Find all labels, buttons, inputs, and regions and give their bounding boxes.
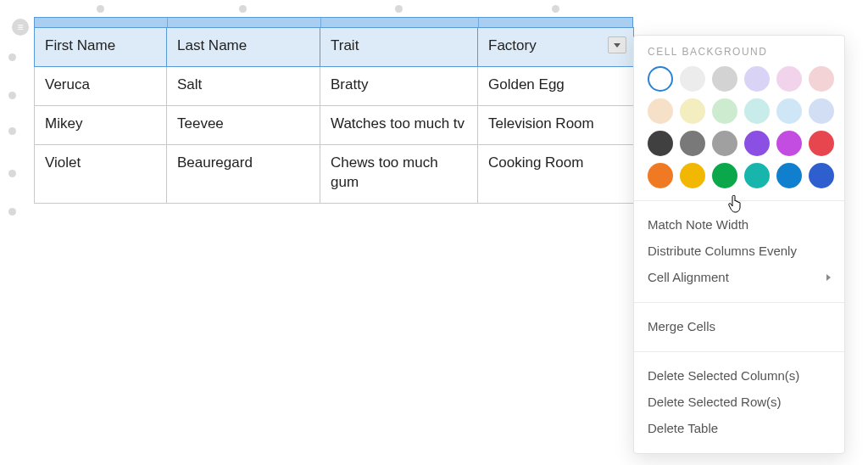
cell[interactable]: Chews too much gum: [320, 144, 478, 203]
cell-text: Veruca: [45, 76, 90, 92]
cell-text: Cooking Room: [488, 154, 583, 171]
column-header-label: Last Name: [177, 37, 247, 53]
cell[interactable]: Teevee: [167, 105, 320, 144]
column-header[interactable]: Trait: [320, 28, 478, 67]
menu-item-delete-columns[interactable]: Delete Selected Column(s): [648, 362, 831, 389]
color-swatch-indigo[interactable]: [809, 163, 834, 188]
color-swatch-sky-20[interactable]: [776, 98, 802, 124]
color-swatch-gray-50[interactable]: [712, 131, 737, 156]
color-swatch-gray-60[interactable]: [680, 131, 705, 156]
cell-text: Mikey: [45, 115, 82, 132]
color-swatch-charcoal[interactable]: [648, 131, 673, 156]
color-swatch-gray-10[interactable]: [680, 66, 705, 92]
cell-text: Beauregard: [177, 154, 253, 171]
color-swatch-pink-20[interactable]: [776, 66, 802, 92]
color-swatch-white[interactable]: [648, 66, 673, 92]
color-swatch-green[interactable]: [712, 163, 737, 188]
column-header-label: First Name: [45, 37, 115, 53]
menu-item-label: Match Note Width: [648, 217, 748, 232]
cell[interactable]: Violet: [35, 144, 167, 203]
color-swatch-lavender-20[interactable]: [744, 66, 770, 92]
color-swatch-teal-20[interactable]: [744, 98, 770, 124]
menu-heading: CELL BACKGROUND: [648, 46, 831, 58]
column-header[interactable]: Factory: [478, 28, 634, 67]
color-swatch-blue-20[interactable]: [809, 98, 834, 124]
row-handle[interactable]: [8, 92, 16, 99]
menu-item-label: Cell Alignment: [648, 270, 729, 284]
menu-item-delete-table[interactable]: Delete Table: [648, 415, 831, 441]
cell-text: Violet: [45, 154, 81, 171]
cell-text: Teevee: [177, 115, 224, 132]
menu-item-label: Delete Selected Row(s): [648, 395, 782, 409]
menu-section-merge: Merge Cells: [634, 302, 844, 351]
cell[interactable]: Beauregard: [167, 144, 320, 203]
color-swatch-yellow-20[interactable]: [680, 98, 705, 124]
menu-item-cell-alignment[interactable]: Cell Alignment: [648, 264, 831, 290]
cell-text: Bratty: [331, 76, 368, 92]
menu-item-label: Delete Selected Column(s): [648, 368, 799, 383]
menu-item-merge-cells[interactable]: Merge Cells: [648, 313, 831, 339]
table-drag-handle[interactable]: [12, 19, 29, 36]
cell-text: Watches too much tv: [331, 115, 465, 132]
menu-section-delete: Delete Selected Column(s) Delete Selecte…: [634, 351, 844, 453]
color-swatch-blue[interactable]: [776, 163, 802, 188]
menu-item-label: Distribute Columns Evenly: [648, 244, 797, 258]
column-menu-button[interactable]: [608, 36, 626, 53]
table-row: Violet Beauregard Chews too much gum Coo…: [35, 144, 634, 203]
cell[interactable]: Salt: [167, 66, 320, 105]
cell-text: Chews too much gum: [331, 154, 438, 190]
data-table: First Name Last Name Trait Factory Veruc…: [34, 27, 633, 204]
menu-item-label: Merge Cells: [648, 319, 715, 333]
color-swatch-red[interactable]: [809, 131, 834, 156]
column-header[interactable]: Last Name: [167, 28, 320, 67]
menu-item-match-note-width[interactable]: Match Note Width: [648, 211, 831, 238]
cell[interactable]: Watches too much tv: [320, 105, 478, 144]
color-swatch-purple[interactable]: [744, 131, 770, 156]
color-swatch-mint-20[interactable]: [712, 98, 737, 124]
color-swatch-magenta[interactable]: [776, 131, 802, 156]
col-handle[interactable]: [552, 5, 559, 13]
color-swatch-teal[interactable]: [744, 163, 770, 188]
table-header-row: First Name Last Name Trait Factory: [35, 28, 634, 67]
col-handle[interactable]: [395, 5, 403, 13]
cell[interactable]: Cooking Room: [478, 144, 634, 203]
table-context-menu: CELL BACKGROUND Match Note Width Distrib…: [633, 35, 845, 454]
cell[interactable]: Veruca: [35, 66, 167, 105]
menu-item-label: Delete Table: [648, 421, 718, 435]
color-swatch-gray-30[interactable]: [712, 66, 737, 92]
cell[interactable]: Golden Egg: [478, 66, 634, 105]
cell-text: Television Room: [488, 115, 594, 132]
color-swatch-rose-20[interactable]: [809, 66, 834, 92]
col-handle[interactable]: [239, 5, 247, 13]
menu-item-distribute-columns[interactable]: Distribute Columns Evenly: [648, 238, 831, 264]
row-handle[interactable]: [8, 127, 16, 135]
row-handle[interactable]: [8, 208, 16, 216]
cell-text: Salt: [177, 76, 202, 92]
row-handle[interactable]: [8, 53, 16, 61]
color-swatch-peach-20[interactable]: [648, 98, 673, 124]
table-row: Mikey Teevee Watches too much tv Televis…: [35, 105, 634, 144]
chevron-right-icon: [826, 274, 831, 281]
cell[interactable]: Bratty: [320, 66, 478, 105]
color-swatch-grid: [648, 66, 831, 188]
cell-text: Golden Egg: [488, 76, 565, 92]
row-handle[interactable]: [8, 170, 16, 177]
col-handle[interactable]: [97, 5, 104, 13]
menu-item-delete-rows[interactable]: Delete Selected Row(s): [648, 389, 831, 415]
column-header-label: Factory: [488, 37, 537, 53]
column-header[interactable]: First Name: [35, 28, 167, 67]
color-swatch-orange[interactable]: [648, 163, 673, 188]
cell[interactable]: Mikey: [35, 105, 167, 144]
color-swatch-amber[interactable]: [680, 163, 705, 188]
table-row: Veruca Salt Bratty Golden Egg: [35, 66, 634, 105]
menu-section-layout: Match Note Width Distribute Columns Even…: [634, 200, 844, 302]
cell[interactable]: Television Room: [478, 105, 634, 144]
column-header-label: Trait: [331, 37, 359, 53]
